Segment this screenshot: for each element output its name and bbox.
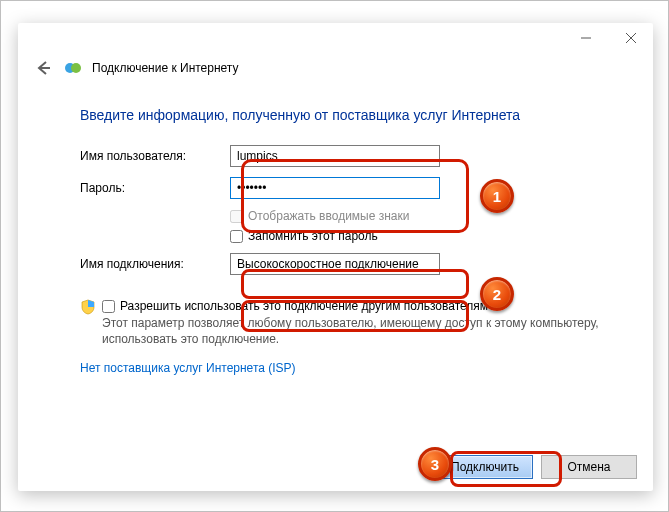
- share-connection-description: Этот параметр позволяет любому пользоват…: [102, 315, 617, 347]
- show-chars-label: Отображать вводимые знаки: [248, 209, 409, 223]
- conn-name-input[interactable]: [230, 253, 440, 275]
- username-input[interactable]: [230, 145, 440, 167]
- password-input[interactable]: [230, 177, 440, 199]
- titlebar: [18, 23, 653, 53]
- header: Подключение к Интернету: [18, 53, 653, 79]
- remember-password-checkbox[interactable]: Запомнить этот пароль: [230, 229, 617, 243]
- share-connection-checkbox[interactable]: Разрешить использовать это подключение д…: [102, 299, 617, 313]
- remember-password-label: Запомнить этот пароль: [248, 229, 378, 243]
- connect-button[interactable]: Подключить: [437, 455, 533, 479]
- globe-icon: [64, 59, 82, 77]
- instruction-heading: Введите информацию, полученную от постав…: [80, 107, 617, 123]
- minimize-button[interactable]: [563, 24, 608, 52]
- show-chars-checkbox[interactable]: Отображать вводимые знаки: [230, 209, 617, 223]
- cancel-button[interactable]: Отмена: [541, 455, 637, 479]
- no-isp-link[interactable]: Нет поставщика услуг Интернета (ISP): [80, 361, 296, 375]
- back-arrow-icon[interactable]: [32, 57, 54, 79]
- close-button[interactable]: [608, 24, 653, 52]
- conn-name-label: Имя подключения:: [80, 257, 230, 271]
- wizard-window: Подключение к Интернету Введите информац…: [18, 23, 653, 491]
- window-title: Подключение к Интернету: [92, 61, 239, 75]
- password-label: Пароль:: [80, 181, 230, 195]
- svg-point-5: [71, 63, 81, 73]
- username-label: Имя пользователя:: [80, 149, 230, 163]
- shield-icon: [80, 299, 96, 315]
- share-connection-label: Разрешить использовать это подключение д…: [120, 299, 488, 313]
